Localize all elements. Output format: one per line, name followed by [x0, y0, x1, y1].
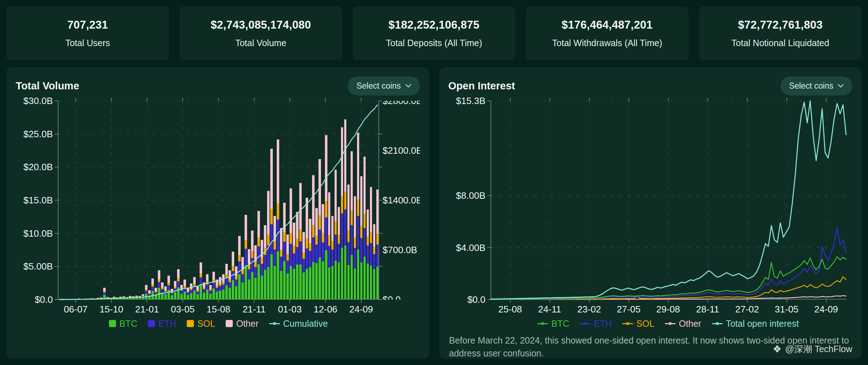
legend-line-marker-icon — [712, 323, 723, 324]
x-axis-tick-label: 28-11 — [696, 304, 719, 315]
stat-card-total-withdrawals: $176,464,487,201 Total Withdrawals (All … — [526, 6, 688, 60]
x-axis-tick-label: 15-08 — [207, 304, 231, 315]
legend-item-btc[interactable]: BTC — [109, 319, 137, 329]
total-volume-chart[interactable] — [58, 101, 379, 300]
legend-label: ETH — [594, 319, 612, 329]
stat-label: Total Notional Liquidated — [732, 38, 829, 48]
open-interest-header: Open Interest Select coins — [448, 77, 853, 95]
y-axis-tick-label: $4.00B — [456, 242, 485, 253]
x-axis-tick-label: 12-06 — [313, 304, 337, 315]
page-title-total-volume: Total Volume — [16, 80, 79, 92]
stat-value: $72,772,761,803 — [738, 19, 823, 31]
chevron-down-icon — [838, 84, 844, 88]
x-axis-tick-label: 06-07 — [64, 304, 88, 315]
x-axis-tick-label: 27-05 — [617, 304, 641, 315]
x-axis-tick-label: 23-02 — [577, 304, 601, 315]
legend-swatch-icon — [226, 320, 233, 327]
legend-label: SOL — [197, 319, 215, 329]
legend-item-sol[interactable]: SOL — [187, 319, 215, 329]
y-axis-tick-label: $1400.0B — [383, 195, 420, 206]
y-axis-tick-label: $700.0B — [383, 245, 417, 256]
legend-line-marker-icon — [537, 323, 548, 324]
y-axis-tick-label: $15.3B — [456, 95, 485, 107]
legend-label: Total open interest — [726, 319, 799, 329]
stat-label: Total Deposits (All Time) — [386, 38, 482, 48]
total-volume-panel: Total Volume Select coins $30.0B$25.0B$2… — [6, 67, 429, 359]
x-axis-tick-label: 29-08 — [656, 304, 680, 315]
stat-value: $176,464,487,201 — [562, 19, 653, 31]
y-axis-tick-label: $2100.0B — [383, 145, 420, 156]
volume-legend: BTCETHSOLOtherCumulative — [58, 316, 379, 331]
legend-label: SOL — [636, 319, 654, 329]
stat-value: $182,252,106,875 — [388, 19, 480, 31]
oi-x-axis: 25-0824-1123-0227-0529-0828-1127-0231-05… — [491, 300, 846, 316]
x-axis-tick-label: 31-05 — [775, 304, 799, 315]
select-coins-label: Select coins — [789, 81, 833, 91]
stat-card-total-notional-liquidated: $72,772,761,803 Total Notional Liquidate… — [699, 6, 862, 60]
oi-right-gutter — [846, 101, 852, 300]
volume-x-axis: 06-0715-1021-0103-0515-0821-1101-0312-06… — [58, 300, 379, 316]
total-volume-header: Total Volume Select coins — [16, 77, 420, 95]
y-axis-tick-label: $20.0B — [24, 162, 53, 173]
legend-label: Other — [236, 319, 259, 329]
x-axis-tick-label: 25-08 — [498, 304, 522, 315]
legend-item-other[interactable]: Other — [665, 319, 701, 329]
page-title-open-interest: Open Interest — [448, 80, 515, 92]
stat-value: $2,743,085,174,080 — [211, 19, 311, 31]
y-axis-tick-label: $5.00B — [24, 261, 53, 272]
legend-swatch-icon — [148, 320, 155, 327]
legend-item-eth[interactable]: ETH — [580, 319, 612, 329]
stats-row: 707,231 Total Users $2,743,085,174,080 T… — [6, 6, 862, 60]
y-axis-tick-label: $25.0B — [24, 128, 53, 139]
stat-card-total-volume: $2,743,085,174,080 Total Volume — [180, 6, 342, 60]
legend-line-marker-icon — [665, 323, 676, 324]
legend-item-eth[interactable]: ETH — [148, 319, 176, 329]
y-axis-tick-label: $2800.0B — [383, 101, 420, 107]
y-axis-tick-label: $30.0B — [24, 95, 53, 107]
x-axis-tick-label: 24-09 — [814, 304, 838, 315]
select-coins-label: Select coins — [356, 81, 401, 91]
open-interest-panel: Open Interest Select coins $15.3B$8.00B$… — [439, 67, 862, 359]
techflow-logo-icon: ❖ — [773, 343, 782, 355]
volume-y-axis-left: $30.0B$25.0B$20.0B$15.0B$10.0B$5.00B$0.0 — [16, 101, 58, 300]
legend-line-marker-icon — [269, 323, 280, 324]
stat-value: 707,231 — [67, 19, 108, 31]
open-interest-chart[interactable] — [491, 101, 846, 300]
legend-item-other[interactable]: Other — [226, 319, 259, 329]
oi-legend: BTCETHSOLOtherTotal open interest — [491, 316, 846, 331]
legend-item-total-open-interest[interactable]: Total open interest — [712, 319, 799, 329]
x-axis-tick-label: 21-01 — [135, 304, 159, 315]
legend-label: Other — [679, 319, 701, 329]
x-axis-tick-label: 03-05 — [171, 304, 195, 315]
legend-swatch-icon — [187, 320, 194, 327]
legend-line-marker-icon — [580, 323, 591, 324]
watermark-text: @深潮 TechFlow — [785, 343, 852, 355]
legend-line-marker-icon — [622, 323, 633, 324]
legend-label: BTC — [119, 319, 137, 329]
y-axis-tick-label: $0.0 — [467, 294, 486, 305]
legend-item-sol[interactable]: SOL — [622, 319, 654, 329]
stat-label: Total Volume — [235, 38, 286, 48]
x-axis-tick-label: 24-09 — [349, 304, 373, 315]
stat-card-total-users: 707,231 Total Users — [6, 6, 169, 60]
select-coins-button[interactable]: Select coins — [348, 77, 420, 95]
volume-y-axis-right: $2800.0B$2100.0B$1400.0B$700.0B$0.0 — [379, 101, 420, 300]
stat-card-total-deposits: $182,252,106,875 Total Deposits (All Tim… — [353, 6, 515, 60]
total-volume-chart-area: $30.0B$25.0B$20.0B$15.0B$10.0B$5.00B$0.0… — [16, 101, 420, 331]
x-axis-tick-label: 27-02 — [735, 304, 759, 315]
select-coins-button[interactable]: Select coins — [781, 77, 852, 95]
y-axis-tick-label: $10.0B — [24, 228, 53, 239]
charts-row: Total Volume Select coins $30.0B$25.0B$2… — [6, 67, 862, 359]
stat-label: Total Withdrawals (All Time) — [552, 38, 662, 48]
legend-item-btc[interactable]: BTC — [537, 319, 569, 329]
legend-label: ETH — [158, 319, 176, 329]
x-axis-tick-label: 21-11 — [242, 304, 266, 315]
x-axis-tick-label: 15-10 — [100, 304, 124, 315]
oi-y-axis-left: $15.3B$8.00B$4.00B$0.0 — [448, 101, 491, 300]
stat-label: Total Users — [65, 38, 110, 48]
legend-swatch-icon — [109, 320, 116, 327]
y-axis-tick-label: $0.0 — [35, 294, 53, 305]
legend-item-cumulative[interactable]: Cumulative — [269, 319, 328, 329]
legend-label: Cumulative — [283, 319, 328, 329]
y-axis-tick-label: $0.0 — [383, 294, 401, 300]
